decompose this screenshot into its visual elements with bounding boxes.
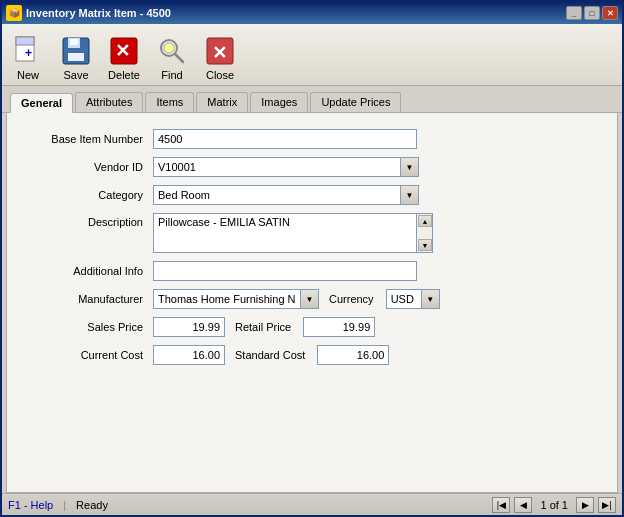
base-item-number-input[interactable] bbox=[153, 129, 417, 149]
find-button[interactable]: Find bbox=[152, 35, 192, 81]
svg-text:✕: ✕ bbox=[212, 43, 227, 63]
manufacturer-label: Manufacturer bbox=[33, 293, 153, 305]
toolbar: + New Save ✕ Dele bbox=[2, 24, 622, 86]
manufacturer-row: Manufacturer ▼ Currency ▼ bbox=[33, 289, 591, 309]
delete-button[interactable]: ✕ Delete bbox=[104, 35, 144, 81]
currency-label: Currency bbox=[329, 293, 380, 305]
nav-next[interactable]: ▶ bbox=[576, 497, 594, 513]
nav-last[interactable]: ▶| bbox=[598, 497, 616, 513]
content-wrapper: General Attributes Items Matrix Images U… bbox=[2, 86, 622, 515]
title-bar-left: 📦 Inventory Matrix Item - 4500 bbox=[6, 5, 171, 21]
vendor-id-row: Vendor ID ▼ bbox=[33, 157, 591, 177]
find-label: Find bbox=[161, 69, 182, 81]
category-label: Category bbox=[33, 189, 153, 201]
vendor-id-label: Vendor ID bbox=[33, 161, 153, 173]
tab-items[interactable]: Items bbox=[145, 92, 194, 112]
vendor-id-container: ▼ bbox=[153, 157, 419, 177]
base-item-number-label: Base Item Number bbox=[33, 133, 153, 145]
new-button[interactable]: + New bbox=[8, 35, 48, 81]
new-label: New bbox=[17, 69, 39, 81]
svg-text:+: + bbox=[25, 46, 32, 60]
status-text: Ready bbox=[76, 499, 108, 511]
svg-rect-6 bbox=[70, 39, 78, 45]
tab-attributes[interactable]: Attributes bbox=[75, 92, 143, 112]
tab-general[interactable]: General bbox=[10, 93, 73, 113]
svg-rect-5 bbox=[68, 53, 84, 61]
status-bar: F1 - Help | Ready |◀ ◀ 1 of 1 ▶ ▶| bbox=[2, 493, 622, 515]
tab-content: Base Item Number Vendor ID ▼ Category bbox=[6, 113, 618, 493]
delete-icon: ✕ bbox=[108, 35, 140, 67]
manufacturer-dropdown[interactable]: ▼ bbox=[301, 289, 319, 309]
close-label: Close bbox=[206, 69, 234, 81]
description-row: Description Pillowcase - EMILIA SATIN ▲ … bbox=[33, 213, 591, 253]
vendor-id-dropdown[interactable]: ▼ bbox=[401, 157, 419, 177]
title-bar-buttons: _ □ ✕ bbox=[566, 6, 618, 20]
delete-label: Delete bbox=[108, 69, 140, 81]
category-input[interactable] bbox=[153, 185, 401, 205]
save-button[interactable]: Save bbox=[56, 35, 96, 81]
description-label: Description bbox=[33, 213, 153, 228]
save-icon bbox=[60, 35, 92, 67]
scroll-up[interactable]: ▲ bbox=[418, 215, 432, 227]
help-text[interactable]: F1 - Help bbox=[8, 499, 53, 511]
svg-rect-1 bbox=[16, 37, 34, 45]
close-icon: ✕ bbox=[204, 35, 236, 67]
find-icon bbox=[156, 35, 188, 67]
nav-prev[interactable]: ◀ bbox=[514, 497, 532, 513]
title-bar: 📦 Inventory Matrix Item - 4500 _ □ ✕ bbox=[2, 2, 622, 24]
retail-price-label: Retail Price bbox=[235, 321, 297, 333]
manufacturer-container: ▼ bbox=[153, 289, 319, 309]
save-label: Save bbox=[63, 69, 88, 81]
additional-info-row: Additional Info bbox=[33, 261, 591, 281]
app-icon: 📦 bbox=[6, 5, 22, 21]
svg-point-11 bbox=[164, 43, 174, 53]
scroll-down[interactable]: ▼ bbox=[418, 239, 432, 251]
form-area: Base Item Number Vendor ID ▼ Category bbox=[13, 119, 611, 383]
sales-price-label: Sales Price bbox=[33, 321, 153, 333]
current-cost-input[interactable] bbox=[153, 345, 225, 365]
close-button[interactable]: ✕ Close bbox=[200, 35, 240, 81]
currency-dropdown[interactable]: ▼ bbox=[422, 289, 440, 309]
category-container: ▼ bbox=[153, 185, 419, 205]
new-icon: + bbox=[12, 35, 44, 67]
sales-retail-price-row: Sales Price Retail Price bbox=[33, 317, 591, 337]
maximize-button[interactable]: □ bbox=[584, 6, 600, 20]
category-row: Category ▼ bbox=[33, 185, 591, 205]
retail-price-input[interactable] bbox=[303, 317, 375, 337]
navigation: |◀ ◀ 1 of 1 ▶ ▶| bbox=[492, 497, 616, 513]
window-title: Inventory Matrix Item - 4500 bbox=[26, 7, 171, 19]
standard-cost-label: Standard Cost bbox=[235, 349, 311, 361]
currency-input[interactable] bbox=[386, 289, 422, 309]
description-textarea[interactable]: Pillowcase - EMILIA SATIN bbox=[153, 213, 417, 253]
window-close-button[interactable]: ✕ bbox=[602, 6, 618, 20]
sales-price-input[interactable] bbox=[153, 317, 225, 337]
description-container: Pillowcase - EMILIA SATIN ▲ ▼ bbox=[153, 213, 433, 253]
svg-text:✕: ✕ bbox=[115, 41, 130, 61]
tab-matrix[interactable]: Matrix bbox=[196, 92, 248, 112]
additional-info-label: Additional Info bbox=[33, 265, 153, 277]
tab-update-prices[interactable]: Update Prices bbox=[310, 92, 401, 112]
minimize-button[interactable]: _ bbox=[566, 6, 582, 20]
cost-row: Current Cost Standard Cost bbox=[33, 345, 591, 365]
description-scrollbar: ▲ ▼ bbox=[417, 213, 433, 253]
tab-images[interactable]: Images bbox=[250, 92, 308, 112]
manufacturer-input[interactable] bbox=[153, 289, 301, 309]
tab-bar: General Attributes Items Matrix Images U… bbox=[2, 86, 622, 113]
scroll-track bbox=[417, 228, 432, 238]
category-dropdown[interactable]: ▼ bbox=[401, 185, 419, 205]
additional-info-input[interactable] bbox=[153, 261, 417, 281]
vendor-id-input[interactable] bbox=[153, 157, 401, 177]
currency-container: ▼ bbox=[386, 289, 440, 309]
current-cost-label: Current Cost bbox=[33, 349, 153, 361]
standard-cost-input[interactable] bbox=[317, 345, 389, 365]
nav-first[interactable]: |◀ bbox=[492, 497, 510, 513]
svg-line-10 bbox=[175, 54, 183, 62]
base-item-number-row: Base Item Number bbox=[33, 129, 591, 149]
page-info: 1 of 1 bbox=[540, 499, 568, 511]
app-window: 📦 Inventory Matrix Item - 4500 _ □ ✕ + N… bbox=[0, 0, 624, 517]
